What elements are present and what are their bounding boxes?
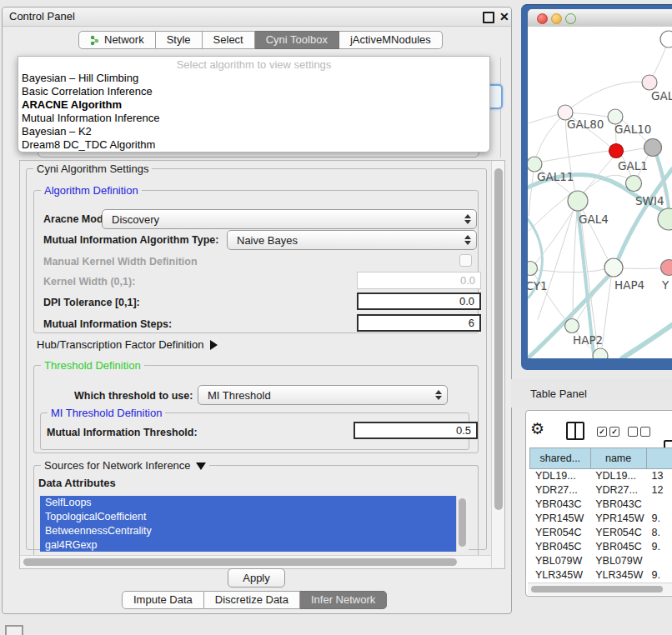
manual-kernel-width-label: Manual Kernel Width Definition xyxy=(43,256,198,268)
table-row[interactable]: YBL079WYBL079W xyxy=(529,554,672,568)
table-header-cell[interactable] xyxy=(647,448,672,469)
data-attribute-item[interactable]: BetweennessCentrality xyxy=(40,524,469,538)
table-hscrollbar-track[interactable] xyxy=(528,582,672,595)
settings-vscrollbar-thumb[interactable] xyxy=(494,168,503,510)
mi-threshold-field[interactable]: 0.5 xyxy=(354,422,478,439)
control-panel-title: Control Panel xyxy=(9,10,75,22)
network-view-window[interactable]: GALGAL80GAL10GAL1GAL11SWI4GAL4HAP4YGCY1H… xyxy=(521,4,672,370)
tab-jactivemnodules[interactable]: jActiveMNodules xyxy=(339,31,443,49)
table-header-cell[interactable]: name xyxy=(591,448,647,469)
table-row[interactable]: YBR045CYBR045C9. xyxy=(529,540,672,554)
minimize-window-icon[interactable] xyxy=(551,13,562,24)
network-edge[interactable] xyxy=(602,277,611,348)
tab-impute-data[interactable]: Impute Data xyxy=(122,591,204,609)
tab-infer-network-label: Infer Network xyxy=(311,591,375,609)
network-node[interactable] xyxy=(593,348,608,358)
algorithm-option[interactable]: Bayesian – Hill Climbing xyxy=(18,72,489,85)
algorithm-option[interactable]: Bayesian – K2 xyxy=(18,125,489,138)
tab-discretize-data[interactable]: Discretize Data xyxy=(204,591,300,609)
aracne-mode-combo[interactable]: Discovery xyxy=(102,209,477,229)
columns-icon[interactable] xyxy=(566,422,584,440)
network-node[interactable] xyxy=(658,208,672,230)
algorithm-dropdown[interactable]: Select algorithm to view settings Bayesi… xyxy=(18,56,490,152)
network-node-label: Y xyxy=(661,278,669,292)
algorithm-option[interactable]: Basic Correlation Inference xyxy=(18,85,489,98)
tab-cyni-toolbox[interactable]: Cyni Toolbox xyxy=(255,31,339,49)
mi-steps-field[interactable]: 6 xyxy=(357,314,481,332)
control-panel-titlebar: Control Panel ✕ xyxy=(3,8,511,27)
network-node[interactable] xyxy=(660,31,672,48)
close-window-icon[interactable] xyxy=(537,13,548,24)
mi-algorithm-type-value: Naive Bayes xyxy=(237,231,298,249)
float-panel-icon[interactable] xyxy=(483,12,494,23)
data-attribute-item[interactable]: gal4RGexp xyxy=(40,538,469,552)
network-canvas[interactable]: GALGAL80GAL10GAL1GAL11SWI4GAL4HAP4YGCY1H… xyxy=(528,27,672,358)
sources-title-wrap[interactable]: Sources for Network Inference xyxy=(41,459,209,472)
table-panel-body: ⚙ ✓✓ shared...name YDL19...YDL19...13YDR… xyxy=(525,410,672,597)
table-row[interactable]: YDL19...YDL19...13 xyxy=(529,469,672,483)
network-edge[interactable] xyxy=(622,325,672,358)
table-hscrollbar-thumb[interactable] xyxy=(531,586,663,592)
network-node-gcy1[interactable] xyxy=(528,262,538,276)
combo-arrows-icon xyxy=(464,231,472,249)
data-attributes-list[interactable]: SelfLoopsTopologicalCoefficientBetweenne… xyxy=(40,496,469,552)
table-cell: YDR27... xyxy=(589,483,645,498)
data-attribute-item[interactable]: TopologicalCoefficient xyxy=(40,510,469,524)
table-row[interactable]: YDR27...YDR27...12 xyxy=(529,483,672,498)
network-edge[interactable] xyxy=(539,268,612,272)
algorithm-option[interactable]: Dream8 DC_TDC Algorithm xyxy=(18,138,489,152)
data-attribute-item[interactable]: SelfLoops xyxy=(40,496,469,510)
zoom-window-icon[interactable] xyxy=(565,13,576,24)
close-panel-icon[interactable]: ✕ xyxy=(499,11,509,22)
table-row[interactable]: YPR145WYPR145W9. xyxy=(529,512,672,526)
settings-vscrollbar-track[interactable] xyxy=(491,161,505,568)
apply-button[interactable]: Apply xyxy=(228,568,285,588)
network-node-gal1[interactable] xyxy=(609,144,624,158)
network-window-titlebar[interactable] xyxy=(528,9,672,28)
network-edge[interactable] xyxy=(624,148,644,152)
network-edge[interactable] xyxy=(529,192,573,231)
table-row[interactable]: YBR043CYBR043C xyxy=(529,498,672,512)
network-edge[interactable] xyxy=(542,151,609,162)
tab-select[interactable]: Select xyxy=(203,31,255,49)
network-node[interactable] xyxy=(644,139,662,157)
gear-icon[interactable]: ⚙ xyxy=(530,421,544,438)
tab-style[interactable]: Style xyxy=(156,31,203,49)
table-row[interactable]: YLR345WYLR345W9. xyxy=(529,568,672,582)
network-edge[interactable] xyxy=(565,82,642,112)
network-edge[interactable] xyxy=(577,274,608,320)
network-edge[interactable] xyxy=(623,268,660,269)
network-node-swi4[interactable] xyxy=(626,176,642,192)
select-all-checkboxes-icon[interactable]: ✓✓ xyxy=(597,427,619,437)
manual-kernel-width-checkbox[interactable] xyxy=(459,254,472,267)
algorithm-option[interactable]: Mutual Information Inference xyxy=(18,112,489,125)
attributes-scrollbar-track[interactable] xyxy=(456,496,469,552)
network-edge[interactable] xyxy=(573,211,577,318)
tab-network[interactable]: Network xyxy=(78,31,156,49)
table-cell: YLR345W xyxy=(529,568,589,582)
settings-hscrollbar-thumb[interactable] xyxy=(23,558,457,566)
mi-algorithm-type-combo[interactable]: Naive Bayes xyxy=(227,230,477,250)
expand-arrow-icon xyxy=(210,340,218,350)
kernel-width-field[interactable]: 0.0 xyxy=(357,272,481,289)
network-edge[interactable] xyxy=(529,172,534,216)
collapsed-panel-icon[interactable] xyxy=(5,625,23,635)
which-threshold-combo[interactable]: MI Threshold xyxy=(198,385,448,405)
network-node-gal4[interactable] xyxy=(568,191,588,211)
network-node-y[interactable] xyxy=(661,260,672,276)
table-header-cell[interactable]: shared... xyxy=(529,448,591,469)
tab-infer-network[interactable]: Infer Network xyxy=(300,591,387,609)
clear-all-checkboxes-icon[interactable] xyxy=(628,427,650,437)
network-node-gal[interactable] xyxy=(642,75,657,90)
network-node-hap4[interactable] xyxy=(604,258,623,277)
table-row[interactable]: YER054CYER054C8. xyxy=(529,526,672,540)
settings-hscrollbar-track[interactable] xyxy=(20,555,491,568)
mi-steps-label: Mutual Information Steps: xyxy=(43,318,172,330)
dpi-tolerance-field[interactable]: 0.0 xyxy=(357,292,481,310)
network-edge[interactable] xyxy=(580,211,598,348)
tab-select-label: Select xyxy=(213,31,243,49)
algorithm-option[interactable]: ARACNE Algorithm xyxy=(18,98,489,112)
attributes-scrollbar-thumb[interactable] xyxy=(459,498,466,547)
network-node-hap2[interactable] xyxy=(565,319,579,333)
hub-definition-header[interactable]: Hub/Transcription Factor Definition xyxy=(37,338,218,351)
